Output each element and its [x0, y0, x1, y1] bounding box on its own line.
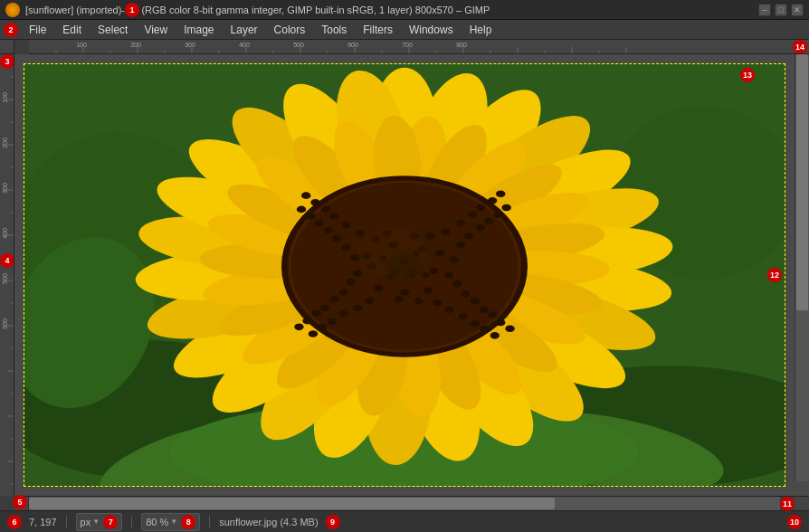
- svg-point-125: [400, 289, 409, 296]
- svg-point-175: [318, 323, 327, 330]
- scrollbar-h-left: 5: [14, 497, 29, 510]
- svg-point-150: [444, 306, 453, 313]
- svg-text:100: 100: [76, 42, 87, 48]
- svg-point-156: [471, 298, 480, 305]
- image-canvas[interactable]: [24, 63, 785, 487]
- svg-point-153: [332, 235, 341, 242]
- status-bar: 6 7, 197 px ▼ 7 80 % ▼ 8 sunflower.jpg (…: [0, 510, 809, 532]
- svg-text:500: 500: [2, 318, 8, 329]
- maximize-button[interactable]: □: [775, 4, 787, 16]
- menu-layer[interactable]: Layer: [224, 22, 265, 38]
- svg-point-174: [480, 325, 489, 332]
- svg-point-189: [294, 323, 303, 330]
- scrollbar-row: 5 11: [14, 496, 809, 510]
- svg-point-160: [476, 224, 485, 232]
- ruler-vertical: 100 200 300 400 500 500 3 4: [0, 54, 14, 496]
- svg-point-142: [433, 299, 442, 307]
- content-row: 100 200 300 400 500 500 3 4: [0, 54, 809, 496]
- unit-selector[interactable]: px ▼ 7: [76, 513, 123, 531]
- svg-rect-0: [29, 40, 809, 53]
- menu-file[interactable]: File: [22, 22, 53, 38]
- svg-point-158: [459, 313, 468, 320]
- svg-point-165: [320, 304, 329, 311]
- svg-text:800: 800: [456, 42, 467, 48]
- menu-image[interactable]: Image: [176, 22, 221, 38]
- svg-point-170: [476, 204, 485, 212]
- title-bar: [sunflower] (imported)-1.0 (RGB color 8-…: [0, 0, 809, 20]
- svg-point-154: [456, 220, 465, 227]
- svg-point-126: [424, 287, 433, 294]
- svg-point-132: [444, 271, 453, 279]
- scrollbar-horizontal[interactable]: [29, 497, 780, 510]
- zoom-label: 80 %: [146, 517, 168, 527]
- svg-text:100: 100: [2, 92, 8, 103]
- scrollbar-horizontal-thumb[interactable]: [29, 498, 555, 509]
- svg-point-195: [422, 272, 429, 278]
- svg-point-167: [328, 318, 337, 326]
- svg-point-177: [306, 213, 315, 220]
- svg-point-152: [464, 233, 473, 240]
- svg-point-159: [338, 310, 347, 318]
- svg-point-136: [449, 256, 458, 263]
- svg-point-187: [301, 192, 310, 199]
- zoom-arrow: ▼: [170, 518, 177, 526]
- svg-point-183: [309, 330, 318, 337]
- ruler-horizontal: 100 200 300 400 500 600 700 800 14: [29, 40, 809, 54]
- scrollbar-vertical[interactable]: [795, 54, 809, 481]
- svg-text:500: 500: [293, 42, 304, 48]
- svg-point-157: [329, 296, 338, 303]
- svg-point-173: [312, 309, 321, 317]
- svg-point-188: [505, 325, 514, 332]
- svg-text:200: 200: [2, 138, 8, 148]
- svg-point-184: [502, 204, 511, 212]
- unit-arrow: ▼: [92, 518, 100, 526]
- svg-point-163: [329, 213, 338, 220]
- svg-point-141: [346, 279, 355, 286]
- menu-view[interactable]: View: [137, 22, 175, 38]
- badge-6: 6: [7, 515, 22, 529]
- svg-point-143: [365, 298, 374, 305]
- svg-point-181: [302, 318, 311, 325]
- menu-tools[interactable]: Tools: [314, 22, 354, 38]
- svg-point-146: [441, 228, 450, 235]
- svg-text:300: 300: [2, 183, 8, 194]
- svg-text:500: 500: [2, 273, 8, 284]
- svg-point-123: [429, 267, 438, 274]
- app-icon: [5, 3, 20, 17]
- minimize-button[interactable]: –: [758, 4, 771, 16]
- canvas-area[interactable]: 12 13: [14, 54, 809, 496]
- menu-filters[interactable]: Filters: [356, 22, 400, 38]
- svg-point-162: [468, 211, 477, 218]
- svg-point-147: [356, 230, 365, 237]
- separator-2: [131, 516, 132, 528]
- menu-edit[interactable]: Edit: [55, 22, 89, 38]
- scrollbar-corner: [795, 497, 809, 510]
- window-controls: – □ ✕: [758, 4, 804, 16]
- svg-text:400: 400: [2, 228, 8, 239]
- menu-colors[interactable]: Colors: [267, 22, 313, 38]
- separator-1: [66, 516, 67, 528]
- svg-text:700: 700: [402, 42, 413, 48]
- svg-point-172: [488, 311, 497, 318]
- svg-text:400: 400: [239, 42, 250, 48]
- menu-select[interactable]: Select: [90, 22, 135, 38]
- close-button[interactable]: ✕: [791, 4, 804, 16]
- svg-point-180: [496, 319, 505, 327]
- svg-point-128: [435, 250, 444, 257]
- scrollbar-vertical-thumb[interactable]: [796, 54, 808, 310]
- menu-bar: 2 File Edit Select View Image Layer Colo…: [0, 20, 809, 40]
- svg-point-186: [496, 190, 505, 197]
- badge-9: 9: [326, 515, 340, 529]
- ruler-v-svg: 100 200 300 400 500 500: [0, 54, 14, 496]
- menu-windows[interactable]: Windows: [402, 22, 461, 38]
- menu-help[interactable]: Help: [462, 22, 500, 38]
- badge-7: 7: [103, 515, 118, 529]
- svg-point-133: [353, 270, 362, 277]
- svg-point-176: [493, 211, 502, 218]
- svg-point-169: [314, 220, 323, 227]
- svg-point-149: [338, 289, 347, 296]
- svg-point-178: [488, 197, 497, 204]
- svg-point-140: [452, 280, 462, 288]
- svg-point-171: [321, 206, 330, 214]
- zoom-selector[interactable]: 80 % ▼ 8: [141, 513, 200, 531]
